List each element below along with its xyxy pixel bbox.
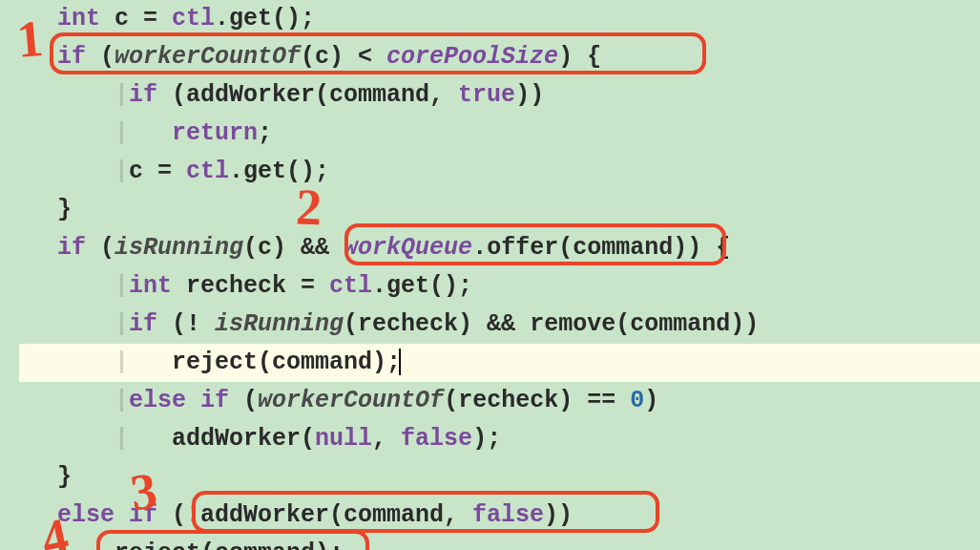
text: .get();: [215, 5, 315, 32]
text: .offer(command)) {: [472, 234, 730, 262]
keyword: if: [57, 43, 86, 71]
code-line-11: |else if (workerCountOf(recheck) == 0): [19, 382, 980, 420]
number: 0: [630, 387, 644, 414]
text: }: [57, 463, 72, 491]
keyword: if: [129, 310, 157, 338]
code-line-4: | return;: [19, 115, 980, 153]
text: (: [86, 234, 115, 262]
text: ): [644, 387, 658, 414]
keyword: null: [315, 425, 372, 453]
function: workerCountOf: [115, 43, 301, 71]
field: ctl: [186, 158, 229, 185]
code-line-14: else if (!addWorker(command, false)): [19, 497, 980, 535]
text: (: [86, 43, 115, 71]
text: c =: [129, 158, 186, 185]
code-line-1: int c = ctl.get();: [19, 0, 980, 38]
text: }: [57, 196, 72, 223]
text: recheck =: [172, 272, 329, 300]
function: workerCountOf: [258, 387, 444, 414]
text: (c) <: [301, 43, 386, 71]
text: reject(command);: [115, 539, 344, 550]
text: ,: [372, 425, 401, 453]
text: )): [544, 501, 573, 529]
code-line-2: if (workerCountOf(c) < corePoolSize) {: [19, 38, 980, 76]
code-line-5: |c = ctl.get();: [19, 153, 980, 191]
code-line-7: if (isRunning(c) && workQueue.offer(comm…: [19, 229, 980, 267]
keyword: int: [129, 272, 172, 300]
annotation-number-1: 1: [15, 12, 46, 66]
text-cursor: [399, 349, 401, 375]
keyword: else if: [129, 387, 229, 414]
keyword: return: [172, 119, 258, 147]
text: (: [229, 387, 258, 414]
code-line-6: }: [19, 191, 980, 229]
field: corePoolSize: [386, 43, 558, 71]
text: );: [472, 425, 501, 453]
text: ;: [258, 119, 272, 147]
text: (!: [157, 310, 215, 338]
code-line-10-active: | reject(command);: [19, 344, 980, 382]
text: (!addWorker(command,: [157, 501, 472, 529]
field: workQueue: [344, 234, 472, 262]
field: ctl: [172, 5, 215, 32]
code-line-8: |int recheck = ctl.get();: [19, 267, 980, 306]
text: (recheck) && remove(command)): [344, 310, 759, 338]
code-line-13: }: [19, 458, 980, 497]
function: isRunning: [115, 234, 243, 262]
annotation-number-2: 2: [295, 181, 323, 234]
text: addWorker(: [172, 425, 315, 453]
text: (recheck) ==: [444, 387, 630, 414]
keyword: if: [129, 81, 157, 109]
code-line-9: |if (! isRunning(recheck) && remove(comm…: [19, 306, 980, 344]
keyword: if: [57, 234, 86, 262]
keyword: true: [458, 81, 515, 109]
code-line-3: |if (addWorker(command, true)): [19, 76, 980, 115]
code-line-15: reject(command);: [19, 535, 980, 550]
keyword: false: [472, 501, 544, 529]
text: )): [515, 81, 544, 109]
code-line-12: | addWorker(null, false);: [19, 420, 980, 458]
text: (c) &&: [243, 234, 344, 262]
text: (addWorker(command,: [157, 81, 458, 109]
function: isRunning: [215, 310, 344, 338]
field: ctl: [329, 272, 372, 300]
text: ) {: [558, 43, 601, 71]
text: reject(command);: [172, 349, 401, 376]
text: c =: [100, 5, 172, 32]
keyword: int: [57, 5, 100, 32]
keyword: false: [401, 425, 472, 453]
text: .get();: [372, 272, 472, 300]
